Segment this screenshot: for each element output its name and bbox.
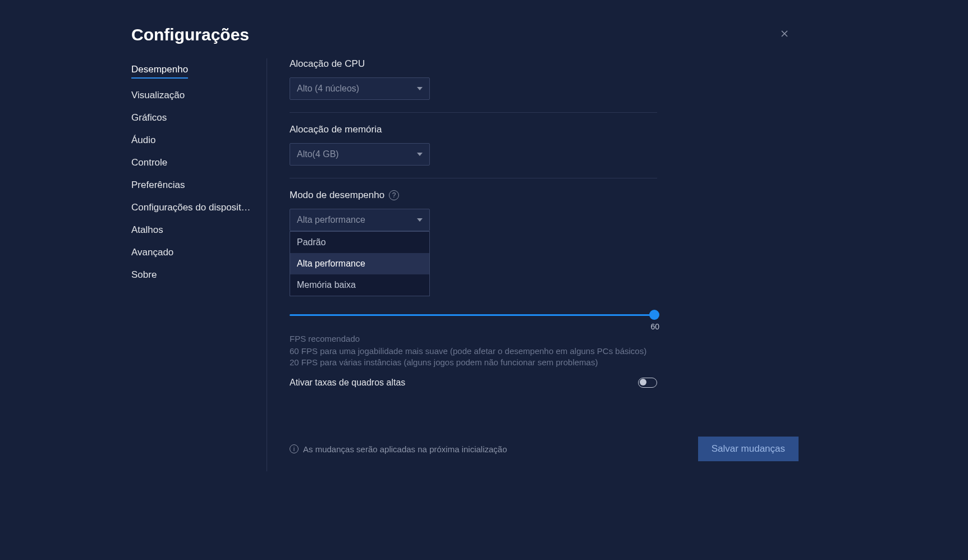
slider-thumb[interactable]: [649, 310, 659, 320]
save-button[interactable]: Salvar mudanças: [698, 437, 799, 461]
memory-allocation-value: Alto(4 GB): [297, 149, 339, 159]
dropdown-option-high-performance[interactable]: Alta performance: [290, 253, 429, 274]
performance-mode-select[interactable]: Alta performance: [290, 209, 430, 231]
memory-allocation-select[interactable]: Alto(4 GB): [290, 143, 430, 166]
modal-header: Configurações: [117, 17, 804, 50]
scroll-region[interactable]: Alocação de CPU Alto (4 núcleos) Alocaçã…: [290, 58, 799, 389]
sidebar-item-audio[interactable]: Áudio: [131, 129, 260, 152]
footer-message: i As mudanças serão aplicadas na próxima…: [290, 444, 507, 454]
toggle-high-framerate-label: Ativar taxas de quadros altas: [290, 378, 405, 388]
slider-track: [290, 314, 657, 316]
close-icon: [779, 28, 790, 39]
fps-hint-body: 60 FPS para uma jogabilidade mais suave …: [290, 346, 649, 369]
sidebar-item-about[interactable]: Sobre: [131, 264, 260, 286]
info-icon: i: [290, 444, 299, 453]
dropdown-option-default[interactable]: Padrão: [290, 232, 429, 253]
sidebar-item-display[interactable]: Visualização: [131, 84, 260, 107]
performance-mode-value: Alta performance: [297, 215, 365, 225]
fps-hint-title: FPS recomendado: [290, 334, 799, 343]
fps-slider[interactable]: 60: [290, 314, 657, 316]
sidebar-item-preferences[interactable]: Preferências: [131, 174, 260, 196]
page-title: Configurações: [131, 25, 249, 44]
modal-footer: i As mudanças serão aplicadas na próxima…: [290, 437, 799, 461]
sidebar-item-shortcuts[interactable]: Atalhos: [131, 219, 260, 241]
modal-body: Desempenho Visualização Gráficos Áudio C…: [117, 50, 804, 471]
dropdown-option-low-memory[interactable]: Memória baixa: [290, 274, 429, 296]
sidebar-item-performance[interactable]: Desempenho: [131, 58, 188, 79]
close-button[interactable]: [776, 25, 793, 44]
performance-mode-label-text: Modo de desempenho: [290, 190, 384, 201]
chevron-down-icon: [417, 87, 423, 90]
help-icon[interactable]: ?: [389, 190, 399, 200]
fps-value: 60: [650, 322, 659, 331]
divider: [290, 178, 657, 178]
sidebar-item-advanced[interactable]: Avançado: [131, 241, 260, 264]
toggle-high-framerate-row: Ativar taxas de quadros altas: [290, 378, 657, 388]
cpu-allocation-value: Alto (4 núcleos): [297, 84, 359, 94]
chevron-down-icon: [417, 218, 423, 222]
sidebar-item-controls[interactable]: Controle: [131, 152, 260, 174]
performance-mode-label: Modo de desempenho ?: [290, 190, 799, 201]
content-area: Alocação de CPU Alto (4 núcleos) Alocaçã…: [267, 58, 804, 471]
performance-mode-select-wrap: Alta performance Padrão Alta performance…: [290, 209, 430, 231]
sidebar: Desempenho Visualização Gráficos Áudio C…: [117, 58, 267, 471]
performance-mode-dropdown: Padrão Alta performance Memória baixa: [290, 231, 430, 296]
footer-message-text: As mudanças serão aplicadas na próxima i…: [303, 444, 507, 454]
memory-allocation-label: Alocação de memória: [290, 124, 799, 135]
sidebar-item-device-settings[interactable]: Configurações do disposit…: [131, 196, 260, 219]
chevron-down-icon: [417, 153, 423, 156]
cpu-allocation-select[interactable]: Alto (4 núcleos): [290, 77, 430, 100]
settings-modal: Configurações Desempenho Visualização Gr…: [117, 17, 804, 471]
divider: [290, 112, 657, 113]
toggle-knob: [640, 379, 646, 385]
cpu-allocation-label: Alocação de CPU: [290, 58, 799, 70]
sidebar-item-graphics[interactable]: Gráficos: [131, 107, 260, 129]
toggle-high-framerate[interactable]: [638, 378, 657, 388]
